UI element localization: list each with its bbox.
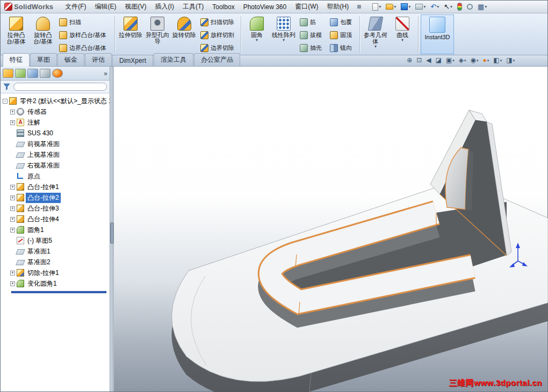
ribbon-revolved-boss-button[interactable]: 旋转凸台/基体	[30, 14, 56, 54]
ribbon-shell-button[interactable]: 抽壳	[297, 41, 327, 54]
menu-help[interactable]: 帮助(H)	[322, 1, 353, 13]
expand-expander-icon[interactable]: +	[10, 217, 15, 222]
tree-item-sensors[interactable]: + 传感器	[10, 106, 110, 117]
ribbon-rib-button[interactable]: 筋	[297, 16, 327, 29]
ribbon-lofted-cut-button[interactable]: 放样切割	[198, 29, 239, 42]
ribbon-revolved-cut-button[interactable]: 旋转切除	[171, 14, 198, 54]
tree-item-boss-extrude2[interactable]: + 凸台-拉伸2	[10, 192, 110, 203]
configurationmanager-tab[interactable]	[27, 69, 38, 78]
menu-photoview[interactable]: PhotoView 360	[239, 2, 291, 12]
expand-expander-icon[interactable]: +	[10, 281, 15, 286]
tab-features[interactable]: 特征	[3, 53, 30, 67]
apply-scene-button[interactable]: ◧▾	[492, 56, 503, 65]
ribbon-hole-wizard-button[interactable]: 异型孔向导	[144, 14, 171, 54]
tree-item-origin[interactable]: 原点	[10, 171, 110, 182]
rebuild-button[interactable]	[456, 2, 464, 12]
tab-evaluate[interactable]: 评估	[85, 53, 112, 66]
ribbon-draft-button[interactable]: 拔模	[297, 29, 327, 42]
ribbon-extruded-boss-button[interactable]: 拉伸凸台/基体	[3, 14, 30, 54]
tab-sheet-metal[interactable]: 钣金	[57, 53, 84, 66]
select-tool-button[interactable]: ↖▾	[442, 2, 454, 12]
menu-pin-icon[interactable]	[357, 5, 361, 9]
ribbon-lofted-boss-button[interactable]: 放样凸台/基体	[56, 29, 112, 42]
save-button[interactable]: ▾	[399, 2, 412, 11]
collapse-expander-icon[interactable]: -	[3, 99, 8, 104]
displaymanager-tab[interactable]	[52, 69, 63, 78]
ribbon-boundary-cut-button[interactable]: 边界切除	[198, 41, 239, 54]
ribbon-label: 旋转切除	[172, 32, 196, 38]
hide-show-items-button[interactable]: ◉▾	[469, 56, 480, 65]
tree-item-plane2[interactable]: 基准面2	[10, 257, 110, 267]
tab-office-products[interactable]: 办公室产品	[194, 53, 240, 66]
tree-item-front-plane[interactable]: 前视基准面	[10, 139, 110, 149]
tree-item-right-plane[interactable]: 右视基准面	[10, 160, 110, 171]
menu-file[interactable]: 文件(F)	[61, 1, 90, 13]
cad-model-canvas[interactable]	[114, 67, 548, 392]
display-style-button[interactable]: ◈▾	[457, 56, 468, 65]
section-view-button[interactable]: ◪	[434, 56, 443, 65]
expand-expander-icon[interactable]: +	[10, 271, 15, 275]
dimxpertmanager-tab[interactable]	[40, 69, 51, 78]
tree-item-sketch5[interactable]: (-) 草图5	[10, 235, 110, 246]
menu-tools[interactable]: 工具(T)	[178, 1, 208, 13]
ribbon-fillet-button[interactable]: 圆角 ▾	[243, 14, 270, 54]
view-orientation-button[interactable]: ▣▾	[444, 56, 456, 65]
undo-button[interactable]: ↶▾	[429, 2, 441, 12]
ribbon-swept-boss-button[interactable]: 扫描	[56, 16, 112, 29]
menu-insert[interactable]: 插入(I)	[151, 1, 178, 13]
ribbon-mirror-button[interactable]: 镜向	[327, 41, 357, 54]
filter-input[interactable]	[13, 83, 107, 91]
graphics-area[interactable]: 三维网www.3dportal.cn	[114, 67, 547, 391]
menu-edit[interactable]: 编辑(E)	[91, 1, 121, 13]
new-document-button[interactable]: ▾	[371, 2, 383, 12]
expand-expander-icon[interactable]: +	[10, 120, 15, 125]
tree-item-boss-extrude3[interactable]: + 凸台-拉伸3	[10, 203, 110, 214]
edit-appearance-button[interactable]: ●▾	[481, 56, 491, 65]
ribbon-dome-button[interactable]: 圆顶	[327, 29, 357, 42]
tree-item-cut-extrude1[interactable]: + 切除-拉伸1	[10, 267, 110, 278]
tree-item-fillet1[interactable]: + 圆角1	[10, 224, 110, 235]
expand-expander-icon[interactable]: +	[10, 110, 15, 114]
tree-item-top-plane[interactable]: 上视基准面	[10, 149, 110, 160]
panel-splitter-handle[interactable]	[110, 222, 114, 244]
tab-dimxpert[interactable]: DimXpert	[112, 55, 153, 66]
expand-expander-icon[interactable]: +	[10, 195, 15, 200]
rollback-bar[interactable]	[11, 291, 106, 293]
tree-item-boss-extrude4[interactable]: + 凸台-拉伸4	[10, 214, 110, 224]
featuremanager-tab[interactable]	[3, 69, 13, 78]
ribbon-curves-button[interactable]: 曲线 ▾	[389, 14, 416, 54]
zoom-area-button[interactable]: ⊡	[415, 56, 423, 65]
ribbon-swept-cut-button[interactable]: 扫描切除	[198, 16, 239, 29]
ribbon-linear-pattern-button[interactable]: 线性阵列 ▾	[270, 14, 297, 54]
panel-overflow-chevrons[interactable]: »	[104, 70, 107, 77]
propertymanager-tab[interactable]	[15, 69, 26, 78]
zoom-fit-button[interactable]: ⊕	[405, 56, 414, 65]
toolbar-display-button[interactable]: ▦▾	[476, 2, 488, 12]
ribbon-wrap-button[interactable]: 包覆	[327, 16, 357, 29]
view-settings-button[interactable]: ◨▾	[504, 56, 516, 65]
ribbon-instant3d-button[interactable]: Instant3D	[421, 14, 454, 54]
print-button[interactable]: ▾	[414, 3, 427, 11]
open-document-button[interactable]: ▾	[384, 3, 398, 11]
expand-expander-icon[interactable]: +	[10, 206, 15, 211]
tree-item-material[interactable]: SUS 430	[10, 128, 110, 139]
expand-expander-icon[interactable]: +	[10, 185, 15, 190]
menu-toolbox[interactable]: Toolbox	[208, 2, 239, 12]
tree-root-item[interactable]: - 零件2 (默认<<默认>_显示状态 1	[3, 96, 110, 106]
tree-item-variable-fillet1[interactable]: + 变化圆角1	[10, 278, 110, 289]
panel-splitter[interactable]	[110, 67, 114, 391]
options-button[interactable]	[465, 3, 474, 11]
tab-sketch[interactable]: 草图	[30, 53, 57, 66]
tree-item-label: 前视基准面	[26, 139, 61, 149]
tab-render-tools[interactable]: 渲染工具	[154, 53, 193, 66]
tree-item-annotations[interactable]: + A 注解	[10, 117, 110, 128]
ribbon-boundary-boss-button[interactable]: 边界凸台/基体	[56, 41, 112, 54]
previous-view-button[interactable]: ◀	[424, 56, 432, 65]
ribbon-reference-geometry-button[interactable]: 参考几何体 ▾	[362, 14, 389, 54]
expand-expander-icon[interactable]: +	[10, 228, 15, 233]
tree-item-plane1[interactable]: 基准面1	[10, 246, 110, 257]
menu-window[interactable]: 窗口(W)	[291, 1, 322, 13]
ribbon-extruded-cut-button[interactable]: 拉伸切除	[117, 14, 144, 54]
menu-view[interactable]: 视图(V)	[121, 1, 151, 13]
tree-item-boss-extrude1[interactable]: + 凸台-拉伸1	[10, 182, 110, 192]
